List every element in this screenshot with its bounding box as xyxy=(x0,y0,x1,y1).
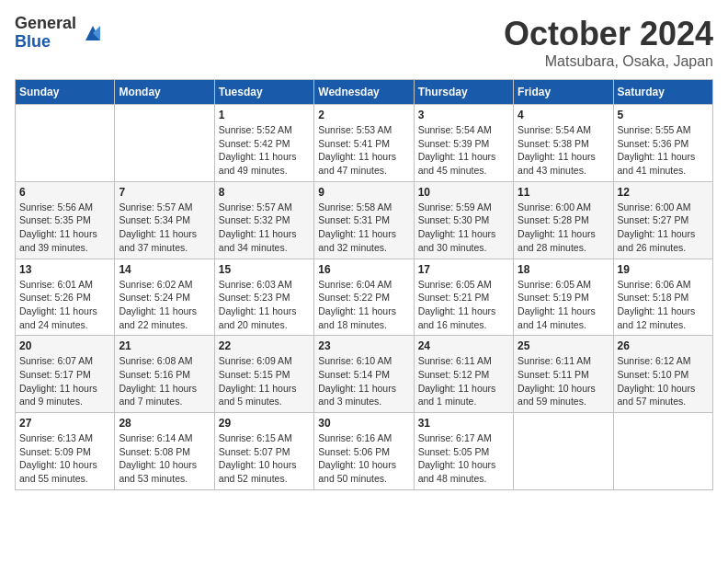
day-info: Sunrise: 6:05 AMSunset: 5:21 PMDaylight:… xyxy=(418,278,509,332)
page-header: General Blue October 2024 Matsubara, Osa… xyxy=(15,15,713,70)
day-info: Sunrise: 5:54 AMSunset: 5:38 PMDaylight:… xyxy=(518,123,609,178)
day-info: Sunrise: 5:54 AMSunset: 5:39 PMDaylight:… xyxy=(418,123,509,178)
day-info: Sunrise: 5:58 AMSunset: 5:31 PMDaylight:… xyxy=(318,201,409,255)
calendar-cell: 20 Sunrise: 6:07 AMSunset: 5:17 PMDaylig… xyxy=(16,336,115,413)
day-info: Sunrise: 6:16 AMSunset: 5:06 PMDaylight:… xyxy=(318,431,409,486)
calendar-cell: 27 Sunrise: 6:13 AMSunset: 5:09 PMDaylig… xyxy=(16,413,115,490)
day-info: Sunrise: 6:10 AMSunset: 5:14 PMDaylight:… xyxy=(318,354,409,408)
calendar-cell: 9 Sunrise: 5:58 AMSunset: 5:31 PMDayligh… xyxy=(314,181,414,259)
calendar-cell: 29 Sunrise: 6:15 AMSunset: 5:07 PMDaylig… xyxy=(214,413,313,490)
day-info: Sunrise: 5:56 AMSunset: 5:35 PMDaylight:… xyxy=(19,201,110,255)
calendar-table: SundayMondayTuesdayWednesdayThursdayFrid… xyxy=(15,79,713,490)
calendar-cell: 6 Sunrise: 5:56 AMSunset: 5:35 PMDayligh… xyxy=(16,181,115,259)
calendar-cell: 22 Sunrise: 6:09 AMSunset: 5:15 PMDaylig… xyxy=(214,336,313,413)
title-area: October 2024 Matsubara, Osaka, Japan xyxy=(504,15,713,70)
day-info: Sunrise: 6:11 AMSunset: 5:11 PMDaylight:… xyxy=(518,354,609,408)
day-number: 5 xyxy=(618,109,709,121)
calendar-cell: 3 Sunrise: 5:54 AMSunset: 5:39 PMDayligh… xyxy=(414,105,513,182)
calendar-cell: 5 Sunrise: 5:55 AMSunset: 5:36 PMDayligh… xyxy=(613,105,712,182)
calendar-cell: 17 Sunrise: 6:05 AMSunset: 5:21 PMDaylig… xyxy=(414,259,513,336)
day-info: Sunrise: 6:11 AMSunset: 5:12 PMDaylight:… xyxy=(418,354,509,408)
day-info: Sunrise: 6:17 AMSunset: 5:05 PMDaylight:… xyxy=(418,431,509,486)
calendar-week-row: 6 Sunrise: 5:56 AMSunset: 5:35 PMDayligh… xyxy=(16,181,713,259)
day-info: Sunrise: 6:13 AMSunset: 5:09 PMDaylight:… xyxy=(19,431,110,486)
day-info: Sunrise: 6:09 AMSunset: 5:15 PMDaylight:… xyxy=(219,354,310,408)
day-info: Sunrise: 6:00 AMSunset: 5:28 PMDaylight:… xyxy=(518,201,609,255)
day-info: Sunrise: 6:05 AMSunset: 5:19 PMDaylight:… xyxy=(518,278,609,332)
day-number: 17 xyxy=(418,263,509,276)
day-number: 22 xyxy=(219,339,310,352)
day-info: Sunrise: 6:12 AMSunset: 5:10 PMDaylight:… xyxy=(618,354,709,408)
calendar-cell: 14 Sunrise: 6:02 AMSunset: 5:24 PMDaylig… xyxy=(115,259,214,336)
day-info: Sunrise: 6:07 AMSunset: 5:17 PMDaylight:… xyxy=(19,354,110,408)
day-info: Sunrise: 6:02 AMSunset: 5:24 PMDaylight:… xyxy=(119,278,210,332)
day-info: Sunrise: 6:14 AMSunset: 5:08 PMDaylight:… xyxy=(119,431,210,486)
day-number: 23 xyxy=(318,339,409,352)
day-info: Sunrise: 6:06 AMSunset: 5:18 PMDaylight:… xyxy=(618,278,709,332)
day-info: Sunrise: 6:01 AMSunset: 5:26 PMDaylight:… xyxy=(19,278,110,332)
day-number: 28 xyxy=(119,417,210,430)
day-number: 24 xyxy=(418,339,509,352)
calendar-cell: 11 Sunrise: 6:00 AMSunset: 5:28 PMDaylig… xyxy=(514,181,613,259)
day-number: 7 xyxy=(119,186,210,199)
calendar-cell: 2 Sunrise: 5:53 AMSunset: 5:41 PMDayligh… xyxy=(314,105,414,182)
day-number: 26 xyxy=(618,339,709,352)
calendar-cell: 12 Sunrise: 6:00 AMSunset: 5:27 PMDaylig… xyxy=(613,181,712,259)
weekday-header: Monday xyxy=(115,80,214,105)
logo-general-text: General xyxy=(15,15,76,33)
logo-blue-text: Blue xyxy=(15,33,76,52)
calendar-cell: 31 Sunrise: 6:17 AMSunset: 5:05 PMDaylig… xyxy=(414,413,513,490)
day-number: 30 xyxy=(318,417,409,430)
day-number: 10 xyxy=(418,186,509,199)
logo: General Blue xyxy=(15,15,106,52)
day-number: 18 xyxy=(518,263,609,276)
calendar-cell: 10 Sunrise: 5:59 AMSunset: 5:30 PMDaylig… xyxy=(414,181,513,259)
day-info: Sunrise: 5:59 AMSunset: 5:30 PMDaylight:… xyxy=(418,201,509,255)
day-info: Sunrise: 6:15 AMSunset: 5:07 PMDaylight:… xyxy=(219,431,310,486)
calendar-cell: 15 Sunrise: 6:03 AMSunset: 5:23 PMDaylig… xyxy=(214,259,313,336)
calendar-cell: 7 Sunrise: 5:57 AMSunset: 5:34 PMDayligh… xyxy=(115,181,214,259)
calendar-cell xyxy=(16,105,115,182)
day-number: 12 xyxy=(618,186,709,199)
calendar-cell: 18 Sunrise: 6:05 AMSunset: 5:19 PMDaylig… xyxy=(514,259,613,336)
calendar-cell xyxy=(514,413,613,490)
weekday-header: Tuesday xyxy=(214,80,313,105)
month-title: October 2024 xyxy=(504,15,713,53)
weekday-header: Friday xyxy=(514,80,613,105)
weekday-header: Sunday xyxy=(16,80,115,105)
location-title: Matsubara, Osaka, Japan xyxy=(504,53,713,70)
day-info: Sunrise: 5:52 AMSunset: 5:42 PMDaylight:… xyxy=(219,123,310,178)
day-number: 25 xyxy=(518,339,609,352)
calendar-cell: 1 Sunrise: 5:52 AMSunset: 5:42 PMDayligh… xyxy=(214,105,313,182)
day-info: Sunrise: 5:55 AMSunset: 5:36 PMDaylight:… xyxy=(618,123,709,178)
calendar-week-row: 20 Sunrise: 6:07 AMSunset: 5:17 PMDaylig… xyxy=(16,336,713,413)
day-number: 1 xyxy=(219,109,310,121)
day-number: 4 xyxy=(518,109,609,121)
calendar-cell: 26 Sunrise: 6:12 AMSunset: 5:10 PMDaylig… xyxy=(613,336,712,413)
calendar-cell: 30 Sunrise: 6:16 AMSunset: 5:06 PMDaylig… xyxy=(314,413,414,490)
day-info: Sunrise: 6:08 AMSunset: 5:16 PMDaylight:… xyxy=(119,354,210,408)
weekday-header: Wednesday xyxy=(314,80,414,105)
calendar-cell xyxy=(613,413,712,490)
day-number: 3 xyxy=(418,109,509,121)
calendar-week-row: 13 Sunrise: 6:01 AMSunset: 5:26 PMDaylig… xyxy=(16,259,713,336)
calendar-cell: 16 Sunrise: 6:04 AMSunset: 5:22 PMDaylig… xyxy=(314,259,414,336)
day-number: 15 xyxy=(219,263,310,276)
calendar-week-row: 1 Sunrise: 5:52 AMSunset: 5:42 PMDayligh… xyxy=(16,105,713,182)
calendar-cell: 8 Sunrise: 5:57 AMSunset: 5:32 PMDayligh… xyxy=(214,181,313,259)
day-info: Sunrise: 5:57 AMSunset: 5:34 PMDaylight:… xyxy=(119,201,210,255)
calendar-cell xyxy=(115,105,214,182)
day-info: Sunrise: 6:00 AMSunset: 5:27 PMDaylight:… xyxy=(618,201,709,255)
day-number: 14 xyxy=(119,263,210,276)
weekday-header: Thursday xyxy=(414,80,513,105)
calendar-cell: 4 Sunrise: 5:54 AMSunset: 5:38 PMDayligh… xyxy=(514,105,613,182)
day-number: 19 xyxy=(618,263,709,276)
day-info: Sunrise: 5:57 AMSunset: 5:32 PMDaylight:… xyxy=(219,201,310,255)
day-info: Sunrise: 6:04 AMSunset: 5:22 PMDaylight:… xyxy=(318,278,409,332)
day-number: 21 xyxy=(119,339,210,352)
calendar-cell: 24 Sunrise: 6:11 AMSunset: 5:12 PMDaylig… xyxy=(414,336,513,413)
day-number: 27 xyxy=(19,417,110,430)
logo-icon xyxy=(80,20,106,46)
day-number: 31 xyxy=(418,417,509,430)
day-number: 16 xyxy=(318,263,409,276)
